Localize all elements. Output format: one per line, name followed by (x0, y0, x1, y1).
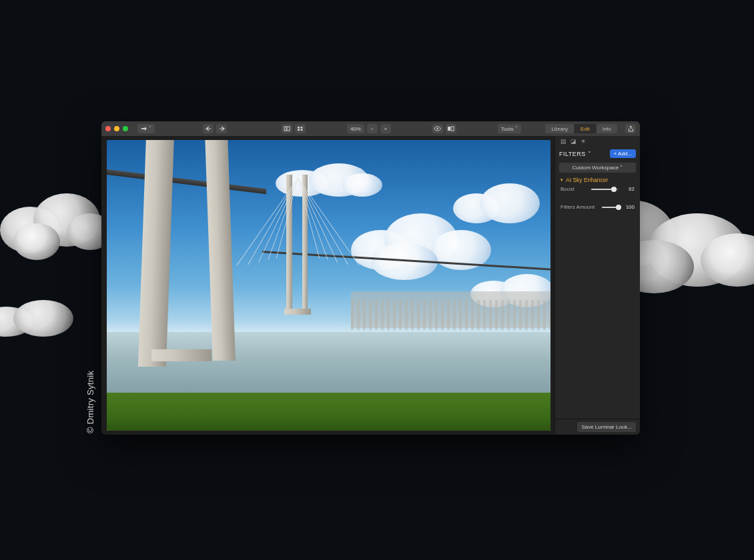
canvas-area: /*placeholder*/ (101, 136, 554, 435)
boost-slider[interactable] (591, 189, 619, 190)
close-icon[interactable] (105, 126, 111, 131)
share-button[interactable] (625, 124, 636, 133)
view-mode-group (282, 124, 306, 133)
minimize-icon[interactable] (114, 126, 119, 131)
svg-rect-1 (287, 127, 290, 131)
toolbar: ˅ 40% − + Tools ˅ Li (101, 121, 640, 136)
compare-group (432, 124, 456, 133)
tab-info[interactable]: Info (597, 124, 617, 133)
add-filter-button[interactable]: + Add... (610, 149, 636, 158)
boost-label: Boost (560, 186, 587, 192)
undo-button[interactable] (203, 124, 214, 133)
filters-title[interactable]: FILTERS ˅ (559, 151, 591, 157)
grid-view-button[interactable] (295, 124, 306, 133)
main-tabs: Library Edit Info (545, 124, 617, 133)
zoom-group: 40% − + (347, 124, 391, 133)
svg-rect-5 (301, 129, 303, 131)
layers-icon[interactable]: ▤ (560, 138, 567, 145)
maximize-icon[interactable] (123, 126, 128, 131)
save-look-button[interactable]: Save Luminar Look... (577, 422, 636, 432)
adjustments-icon[interactable]: ☀ (581, 138, 586, 145)
filter-title[interactable]: AI Sky Enhancer (560, 177, 635, 183)
nav-arrows (203, 124, 227, 133)
workspace-dropdown[interactable]: Custom Workspace ˅ (559, 163, 636, 173)
svg-rect-3 (301, 127, 303, 129)
histogram-icon[interactable]: ◪ (571, 138, 577, 145)
filters-amount-block: Filters Amount 100 (555, 201, 640, 213)
tab-edit[interactable]: Edit (575, 124, 597, 133)
image-credit: © Dmitry Sytnik (85, 371, 95, 433)
filters-amount-value: 100 (623, 204, 635, 210)
compare-split-button[interactable] (446, 124, 456, 133)
export-menu-button[interactable]: ˅ (137, 124, 155, 133)
boost-value: 82 (623, 186, 635, 192)
tab-library[interactable]: Library (545, 124, 574, 133)
preview-eye-button[interactable] (432, 124, 443, 133)
svg-rect-4 (298, 129, 300, 131)
redo-button[interactable] (216, 124, 227, 133)
filters-amount-label: Filters Amount (560, 204, 598, 210)
svg-rect-2 (298, 127, 300, 129)
decor-cloud-left-bottom (0, 300, 73, 340)
zoom-in-button[interactable]: + (380, 124, 391, 133)
filters-panel: ▤ ◪ ☀ FILTERS ˅ + Add... Custom Workspac… (554, 136, 640, 435)
svg-rect-9 (451, 127, 454, 131)
zoom-out-button[interactable]: − (367, 124, 378, 133)
single-view-button[interactable] (282, 124, 292, 133)
image-canvas[interactable]: /*placeholder*/ (107, 140, 550, 431)
svg-rect-0 (284, 127, 286, 131)
filter-ai-sky-enhancer: AI Sky Enhancer Boost 82 (555, 177, 640, 195)
app-window: ˅ 40% − + Tools ˅ Li (101, 121, 640, 435)
svg-rect-8 (448, 127, 450, 131)
tools-label: Tools (501, 126, 514, 132)
tools-menu-button[interactable]: Tools ˅ (498, 124, 522, 133)
zoom-level-button[interactable]: 40% (347, 124, 364, 133)
filters-amount-slider[interactable] (602, 207, 619, 208)
svg-point-7 (437, 128, 439, 130)
window-controls (105, 126, 128, 131)
